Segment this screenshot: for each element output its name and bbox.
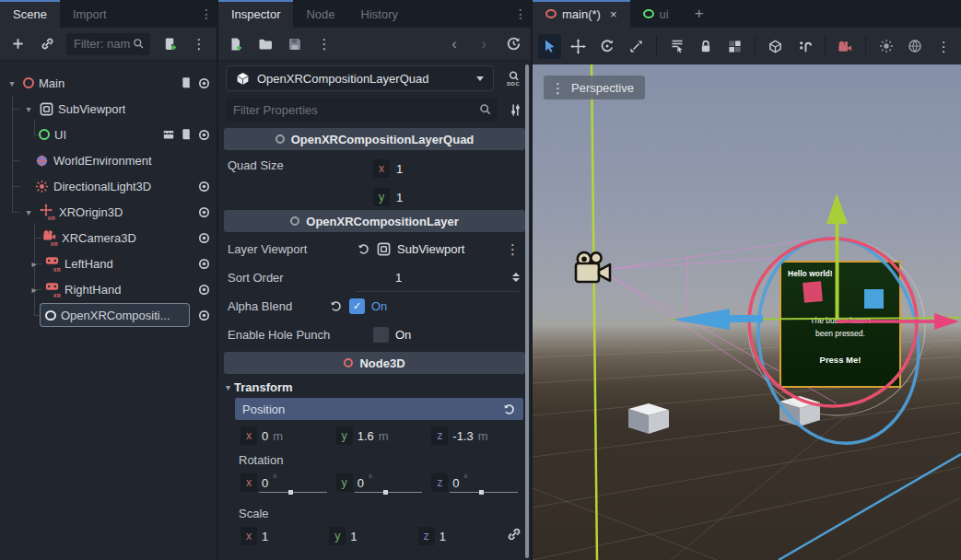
save-resource-button[interactable] (285, 34, 305, 54)
scale-link-button[interactable] (507, 527, 522, 545)
resource-options-icon[interactable]: ⋮ (506, 242, 520, 256)
use-snap-button[interactable] (764, 34, 787, 59)
hole-punch-checkbox[interactable] (373, 327, 389, 343)
chevron-down-icon[interactable]: ▾ (22, 207, 35, 217)
tab-history[interactable]: History (348, 0, 411, 28)
forward-button[interactable]: › (474, 34, 494, 54)
environment-settings-button[interactable] (903, 34, 926, 59)
scene-filter-input[interactable] (74, 37, 133, 51)
camera-preview-button[interactable] (834, 34, 857, 59)
tree-row-righthand[interactable]: ▸ XR RightHand (0, 276, 217, 302)
open-docs-button[interactable]: DOC (501, 71, 525, 87)
perspective-menu-button[interactable]: ⋮ Perspective (544, 76, 645, 99)
select-tool-button[interactable] (538, 34, 561, 59)
slider-track[interactable] (259, 492, 327, 494)
camera-gizmo-icon[interactable] (571, 249, 615, 289)
section-header-openxrcompositionlayer[interactable]: OpenXRCompositionLayer (224, 210, 525, 232)
alpha-blend-checkbox[interactable]: ✓ (349, 298, 365, 314)
visibility-eye-icon[interactable] (197, 283, 211, 297)
tab-inspector[interactable]: Inspector (218, 0, 293, 28)
chevron-right-icon[interactable]: ▸ (28, 259, 41, 269)
position-y-field[interactable]: y 1.6 m (336, 426, 427, 445)
revert-icon[interactable] (357, 242, 370, 256)
visibility-eye-icon[interactable] (197, 257, 211, 271)
rotation-z-slider[interactable]: z 0 ° (431, 473, 522, 492)
inspector-menu-icon[interactable]: ⋮ (510, 0, 531, 28)
quad-size-x-field[interactable]: x 1 (373, 158, 520, 179)
tab-ui-scene[interactable]: ui (630, 0, 682, 28)
scale-tool-button[interactable] (625, 34, 648, 59)
rotate-tool-button[interactable] (596, 34, 619, 59)
chevron-right-icon[interactable]: ▸ (28, 285, 41, 295)
scale-z-field[interactable]: z 1 (418, 527, 501, 545)
tab-import[interactable]: Import (60, 0, 120, 28)
close-tab-icon[interactable]: × (610, 7, 617, 21)
tree-row-xrorigin3d[interactable]: ▾ XR XROrigin3D (0, 199, 217, 225)
inspector-scrollbar[interactable] (525, 64, 529, 558)
tab-scene[interactable]: Scene (0, 0, 60, 28)
spinner-icon[interactable] (512, 273, 520, 282)
slider-track[interactable] (355, 492, 423, 494)
new-scene-tab-button[interactable]: + (682, 0, 717, 28)
new-resource-button[interactable] (226, 34, 246, 54)
scale-y-field[interactable]: y 1 (329, 527, 412, 545)
tree-row-directionallight3d[interactable]: DirectionalLight3D (0, 173, 217, 199)
rotation-x-slider[interactable]: x 0 ° (240, 473, 331, 492)
position-row[interactable]: Position (235, 398, 523, 420)
slider-track[interactable] (450, 492, 518, 494)
slider-thumb[interactable] (288, 490, 293, 495)
slider-thumb[interactable] (383, 490, 388, 495)
view-menu-button[interactable]: ⋮ (932, 34, 955, 59)
scale-x-field[interactable]: x 1 (240, 527, 323, 545)
transform-group-toggle[interactable]: ▾ Transform (218, 377, 531, 396)
chevron-down-icon[interactable]: ▾ (6, 78, 18, 88)
script-icon[interactable] (180, 76, 193, 89)
section-header-openxrcompositionlayerquad[interactable]: OpenXRCompositionLayerQuad (224, 128, 525, 150)
tree-row-subviewport[interactable]: ▾ SubViewport (0, 96, 217, 122)
visibility-eye-icon[interactable] (197, 180, 211, 193)
resource-menu-icon[interactable]: ⋮ (314, 34, 334, 54)
position-x-field[interactable]: x 0 m (240, 426, 331, 445)
visibility-eye-icon[interactable] (197, 205, 211, 219)
revert-icon[interactable] (329, 299, 343, 313)
quad-size-y-field[interactable]: y 1 (373, 187, 520, 207)
back-button[interactable]: ‹ (444, 34, 464, 54)
tree-row-lefthand[interactable]: ▸ XR LeftHand (0, 251, 217, 276)
movie-icon[interactable] (162, 128, 175, 141)
add-node-button[interactable] (7, 34, 28, 54)
sort-order-field[interactable]: 1 (357, 263, 520, 292)
properties-filter-input[interactable] (233, 103, 479, 117)
visibility-eye-icon[interactable] (197, 231, 211, 245)
move-tool-button[interactable] (567, 34, 590, 59)
skeleton-options-button[interactable] (793, 34, 816, 59)
visibility-eye-icon[interactable] (197, 128, 211, 142)
script-icon[interactable] (180, 128, 193, 141)
instance-scene-button[interactable] (37, 34, 57, 54)
visibility-eye-icon[interactable] (197, 309, 211, 322)
list-select-button[interactable] (665, 34, 688, 59)
revert-icon[interactable] (502, 402, 516, 416)
tree-row-worldenvironment[interactable]: WorldEnvironment (0, 147, 217, 173)
property-tools-button[interactable] (505, 99, 525, 120)
scene-tree-menu-icon[interactable]: ⋮ (189, 34, 209, 54)
tree-row-main[interactable]: ▾ Main (0, 70, 217, 96)
tree-row-openxrcomposition[interactable]: OpenXRCompositi... (0, 302, 217, 328)
layer-viewport-field[interactable]: SubViewport ⋮ (357, 235, 520, 263)
lock-selected-button[interactable] (695, 34, 718, 59)
chevron-down-icon[interactable]: ▾ (22, 104, 35, 114)
slider-thumb[interactable] (479, 490, 484, 495)
attach-script-button[interactable] (159, 34, 180, 54)
scene-dock-menu-icon[interactable]: ⋮ (196, 0, 217, 28)
load-resource-button[interactable] (255, 34, 275, 54)
tree-row-xrcamera3d[interactable]: XR XRCamera3D (0, 225, 217, 251)
group-selected-button[interactable] (723, 34, 746, 59)
position-z-field[interactable]: z -1.3 m (431, 426, 522, 445)
rotation-y-slider[interactable]: y 0 ° (336, 473, 427, 492)
tree-row-ui[interactable]: UI (0, 122, 217, 147)
node-type-dropdown[interactable]: OpenXRCompositionLayerQuad (226, 65, 494, 91)
history-button[interactable] (503, 34, 523, 54)
section-header-node3d[interactable]: Node3D (224, 352, 525, 374)
tab-main-scene[interactable]: main(*) × (533, 0, 630, 28)
sun-settings-button[interactable] (874, 34, 897, 59)
visibility-eye-icon[interactable] (197, 76, 211, 90)
